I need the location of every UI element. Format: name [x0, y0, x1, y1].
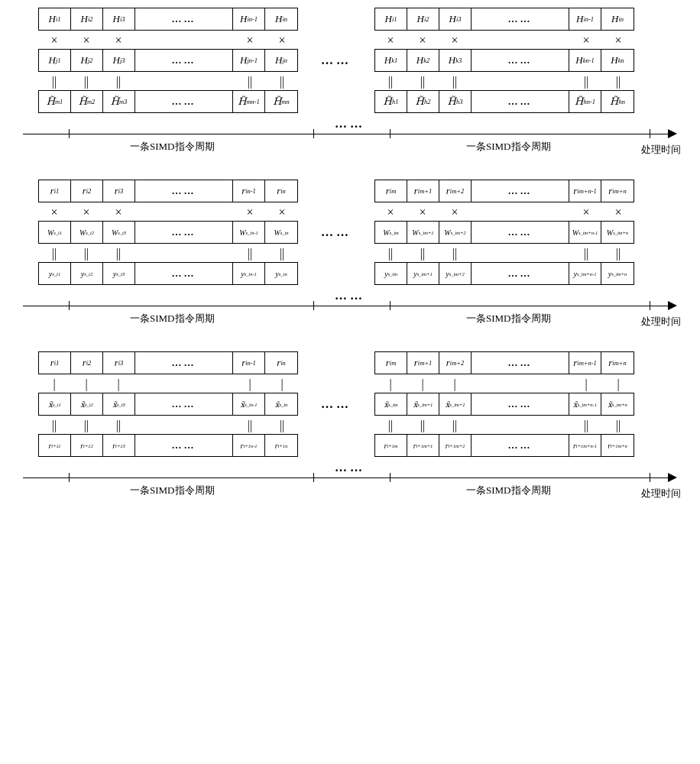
data-cell: rim+2 [439, 180, 472, 202]
dots-cell: …… [472, 180, 569, 202]
dots-cell: …… [135, 435, 233, 456]
data-row: Hk1Hk2Hk3……Hkn-1Hkn [374, 49, 634, 72]
data-row: ri+1mri+1m+1ri+1m+2……ri+1m+n-1ri+1m+n [374, 434, 634, 457]
operator-symbol: || [439, 419, 471, 432]
data-cell: ri+1n-1 [233, 435, 265, 456]
dots-cell: …… [135, 352, 233, 374]
operator-symbol: × [70, 206, 102, 219]
block-right: Hi1Hi2Hi3……Hin-1Hin×××××Hk1Hk2Hk3……Hkn-1… [374, 8, 634, 115]
data-cell: rim+n-1 [569, 180, 601, 202]
data-cell: H̃h3 [439, 91, 472, 112]
timeline-tick [69, 301, 70, 310]
operator-symbol: | [570, 377, 602, 391]
timeline-tick [390, 129, 391, 138]
data-cell: ys_im+n-1 [569, 263, 601, 284]
timeline-tick [313, 301, 314, 310]
simd-label: 一条SIMD指令周期 [130, 484, 215, 497]
operator-symbol: × [38, 34, 70, 47]
operator-symbol: × [570, 34, 602, 47]
operator-symbol: || [102, 419, 134, 432]
data-cell: rim+1 [407, 180, 439, 202]
timeline-line [23, 134, 669, 134]
data-cell: H̃m2 [71, 91, 103, 112]
operator-symbol: || [102, 247, 134, 261]
data-cell: H̃mn [265, 91, 297, 112]
dots-cell: …… [135, 393, 233, 415]
data-cell: Ws_in-1 [233, 222, 265, 243]
operator-symbol: × [70, 34, 102, 47]
operator-symbol: | [102, 377, 134, 391]
timeline-line [23, 306, 669, 306]
data-cell: x̃s_i3 [103, 393, 135, 415]
data-cell: Hi3 [103, 8, 135, 30]
data-cell: ri+1m+n-1 [569, 435, 601, 456]
operator-symbol: || [407, 75, 439, 89]
data-cell: Hkn-1 [569, 50, 601, 71]
simd-label: 一条SIMD指令周期 [130, 140, 215, 154]
data-cell: Ws_im+1 [407, 222, 439, 243]
data-cell: Ws_im+n-1 [569, 222, 601, 243]
data-cell: x̃s_in [265, 393, 297, 415]
row-pair: ri1ri2ri3……rin-1rin×××××Ws_i1Ws_i2Ws_i3…… [8, 180, 692, 286]
operator-symbol: || [602, 419, 634, 432]
data-cell: ri+12 [71, 435, 103, 456]
data-cell: Hk1 [375, 50, 407, 71]
data-cell: Ws_in [265, 222, 297, 243]
dots-cell: …… [135, 8, 233, 30]
operator-symbol: × [374, 34, 407, 47]
timeline-tick [650, 301, 650, 310]
operator-symbol: | [266, 377, 298, 391]
operator-symbol: || [570, 419, 602, 432]
operator-symbol: || [602, 75, 634, 89]
data-cell: ri3 [103, 352, 135, 374]
dots-cell: …… [472, 352, 569, 374]
axis-label: 处理时间 [641, 315, 681, 329]
data-cell: Hi2 [71, 8, 103, 30]
operator-symbol: × [234, 34, 266, 47]
data-cell: Hin-1 [233, 8, 265, 30]
operator-symbol: || [602, 247, 634, 261]
dots-cell: …… [135, 91, 233, 112]
operator-row: |||||||||| [374, 245, 634, 262]
operator-symbol: | [602, 377, 634, 391]
section-1: ri1ri2ri3……rin-1rin×××××Ws_i1Ws_i2Ws_i3…… [8, 180, 692, 321]
data-cell: H̃m1 [39, 91, 71, 112]
simd-label: 一条SIMD指令周期 [466, 484, 551, 497]
dots-cell: …… [472, 91, 569, 112]
data-cell: x̃s_im+1 [407, 393, 439, 415]
operator-symbol: | [70, 377, 102, 391]
operator-row: |||||||||| [38, 73, 298, 90]
dots-cell: …… [472, 263, 569, 284]
operator-symbol: | [234, 377, 266, 391]
data-row: Hi1Hi2Hi3……Hin-1Hin [38, 8, 298, 31]
operator-symbol: || [439, 75, 471, 89]
arrow-icon [668, 129, 677, 138]
data-cell: Hjn-1 [233, 50, 265, 71]
data-cell: ys_i3 [103, 263, 135, 284]
dots-cell: …… [472, 435, 569, 456]
data-cell: H̃m3 [103, 91, 135, 112]
operator-symbol: || [266, 419, 298, 432]
operator-symbol: × [102, 206, 134, 219]
axis-label: 处理时间 [641, 487, 681, 500]
operator-symbol: × [102, 34, 134, 47]
data-cell: Hi3 [439, 8, 472, 30]
gap-dots: …… [298, 180, 374, 239]
data-cell: ri2 [71, 180, 103, 202]
operator-symbol: × [602, 206, 634, 219]
timeline: …… 一条SIMD指令周期 一条SIMD指令周期 处理时间 [23, 470, 677, 493]
data-cell: Ws_i2 [71, 222, 103, 243]
timeline-dots: …… [335, 461, 365, 474]
data-cell: ys_im [375, 263, 407, 284]
dots-cell: …… [135, 180, 233, 202]
data-cell: rim+n [601, 352, 634, 374]
operator-symbol: × [407, 34, 439, 47]
data-cell: ri+1m+2 [439, 435, 472, 456]
operator-symbol: || [374, 75, 407, 89]
data-row: Hi1Hi2Hi3……Hin-1Hin [374, 8, 634, 31]
timeline-tick [313, 129, 314, 138]
operator-symbol: × [407, 206, 439, 219]
data-cell: ys_in-1 [233, 263, 265, 284]
dots-cell: …… [472, 222, 569, 243]
operator-symbol: || [374, 247, 407, 261]
